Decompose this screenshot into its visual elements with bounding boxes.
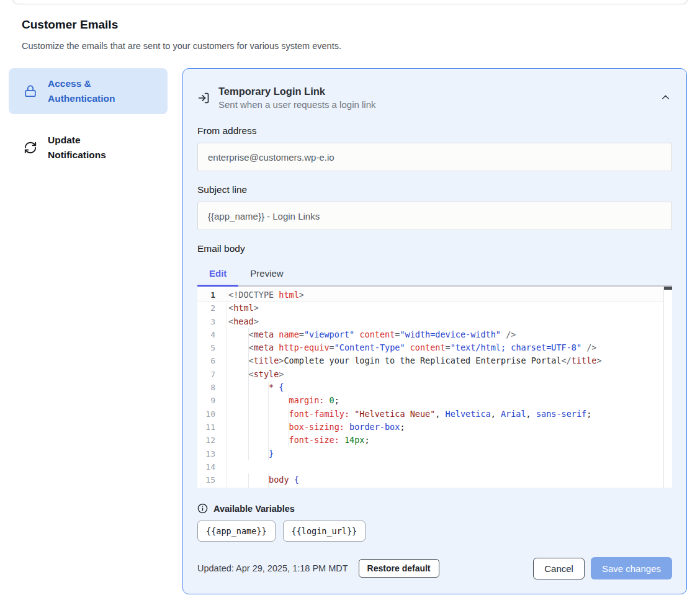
sidebar: Access & Authentication Update Notificat… [9,68,168,169]
tab-edit[interactable]: Edit [197,262,238,285]
sidebar-item-access-authentication[interactable]: Access & Authentication [9,68,168,114]
code-line: 8 * { [197,381,663,394]
code-line: 1<!DOCTYPE html> [197,288,663,302]
subject-line-label: Subject line [197,184,672,195]
collapse-button[interactable] [659,91,672,104]
from-address-input[interactable] [197,143,672,171]
template-title: Temporary Login Link [218,86,659,97]
template-subtitle: Sent when a user requests a login link [218,99,659,110]
log-in-icon [197,92,210,104]
code-line: 11 box-sizing: border-box; [197,421,663,434]
code-line: 13 } [197,447,663,460]
line-number: 5 [197,341,226,354]
email-body-tabs: Edit Preview [197,262,672,285]
line-number: 8 [197,381,226,394]
code-line: 15 body { [197,473,663,486]
line-number: 13 [197,447,226,460]
available-variables-label: Available Variables [213,504,295,514]
code-line: 9 margin: 0; [197,394,663,407]
line-number: 14 [197,460,226,473]
customer-emails-page: Customer Emails Customize the emails tha… [0,0,700,608]
editor-scrollbar-track[interactable] [663,287,672,488]
line-number: 4 [197,328,226,341]
line-number: 15 [197,473,226,486]
page-subtitle: Customize the emails that are sent to yo… [22,41,341,51]
code-line: 2<html> [197,302,663,315]
line-number: 6 [197,354,226,367]
code-line: 6 <title>Complete your login to the Repl… [197,354,663,367]
email-settings-panel: Temporary Login Link Sent when a user re… [182,68,687,594]
line-number: 7 [197,368,226,381]
lock-icon [24,84,37,98]
panel-footer: Updated: Apr 29, 2025, 1:18 PM MDT Resto… [197,557,672,579]
variable-chip[interactable]: {{app_name}} [197,521,276,542]
sidebar-item-label: Update Notifications [48,133,141,163]
line-number: 9 [197,394,226,407]
panel-header: Temporary Login Link Sent when a user re… [197,86,672,110]
updated-timestamp: Updated: Apr 29, 2025, 1:18 PM MDT [197,563,348,573]
email-body-label: Email body [197,243,672,254]
from-address-label: From address [197,125,672,136]
subject-line-input[interactable] [197,202,672,230]
variable-chips: {{app_name}}{{login_url}} [197,521,672,542]
code-line: 5 <meta http-equiv="Content-Type" conten… [197,341,663,354]
editor-lines: 1<!DOCTYPE html>2<html>3<head>4 <meta na… [197,288,663,488]
tab-preview[interactable]: Preview [238,262,295,285]
line-number: 16 [197,486,226,488]
line-number: 12 [197,434,226,447]
sidebar-item-label: Access & Authentication [48,76,141,106]
info-icon [197,503,208,514]
code-line: 12 font-size: 14px; [197,434,663,447]
refresh-icon [24,141,37,154]
available-variables-header: Available Variables [197,503,672,514]
line-number: 3 [197,315,226,328]
code-line: 16 background-color: #f8f8f8; [197,486,663,488]
editor-scrollbar-thumb[interactable] [664,287,672,290]
cancel-button[interactable]: Cancel [533,558,585,579]
code-line: 4 <meta name="viewport" content="width=d… [197,328,663,341]
code-line: 3<head> [197,315,663,328]
code-editor[interactable]: 1<!DOCTYPE html>2<html>3<head>4 <meta na… [197,285,672,488]
variable-chip[interactable]: {{login_url}} [283,521,366,542]
page-title: Customer Emails [22,18,118,32]
code-line: 7 <style> [197,368,663,381]
previous-card-bottom-edge [12,0,688,4]
restore-default-button[interactable]: Restore default [359,559,439,578]
sidebar-item-update-notifications[interactable]: Update Notifications [9,126,168,169]
save-changes-button[interactable]: Save changes [591,557,672,579]
line-number: 10 [197,408,226,421]
line-number: 11 [197,421,226,434]
code-line: 10 font-family: "Helvetica Neue", Helvet… [197,408,663,421]
line-number: 1 [197,288,226,302]
code-line: 14 [197,460,663,473]
chevron-up-icon [660,92,671,103]
line-number: 2 [197,302,226,315]
